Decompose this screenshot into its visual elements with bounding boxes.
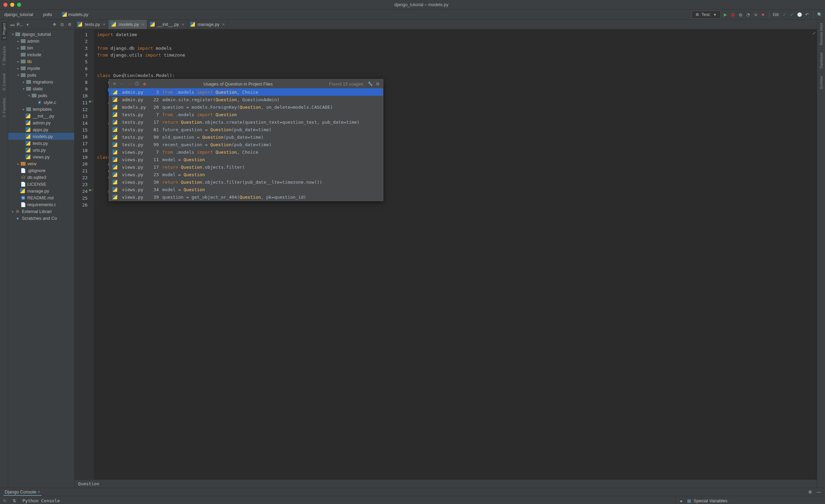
- tool-tab[interactable]: 7: Structure: [1, 45, 7, 67]
- tree-node[interactable]: ▾django_tutorial: [8, 31, 74, 37]
- tool-tab[interactable]: Remote Host: [819, 22, 824, 46]
- tree-node[interactable]: ●Scratches and Co: [8, 215, 74, 222]
- tree-node[interactable]: ▸mysite: [8, 65, 74, 72]
- usage-row[interactable]: tests.py90old_question = Question(pub_da…: [109, 133, 383, 141]
- usages-info-icon[interactable]: ⓘ: [134, 81, 140, 87]
- tree-node[interactable]: __init__.py: [8, 112, 74, 119]
- tree-node[interactable]: ▸bin: [8, 44, 74, 51]
- usage-row[interactable]: admin.py3from .models import Question, C…: [109, 88, 383, 96]
- tree-node[interactable]: MREADME.md: [8, 194, 74, 201]
- tree-node[interactable]: manage.py: [8, 187, 74, 194]
- tree-node[interactable]: 📄.gitignore: [8, 167, 74, 174]
- inspections-ok-icon[interactable]: ✓: [812, 31, 816, 36]
- tree-node[interactable]: #style.c: [8, 99, 74, 106]
- project-tree[interactable]: ▾django_tutorial▸admin▸bininclude▸lib▸my…: [8, 29, 74, 488]
- close-icon[interactable]: ×: [222, 22, 225, 27]
- tree-view-label[interactable]: P...: [17, 22, 23, 27]
- usage-row[interactable]: views.py7from .models import Question, C…: [109, 148, 383, 156]
- tree-node[interactable]: views.py: [8, 153, 74, 160]
- usage-row[interactable]: views.py30return Question.objects.filter…: [109, 178, 383, 186]
- vcs-commit-icon[interactable]: ✓: [789, 12, 795, 17]
- usage-row[interactable]: tests.py17return Question.objects.create…: [109, 118, 383, 126]
- tree-node[interactable]: ▸venv: [8, 160, 74, 167]
- usage-row[interactable]: tests.py81future_question = Question(pub…: [109, 126, 383, 133]
- tree-node[interactable]: 📄requirements.t: [8, 201, 74, 208]
- console-tab[interactable]: Django Console×: [3, 489, 42, 496]
- chevron-down-icon[interactable]: ▾: [25, 22, 30, 27]
- usage-row[interactable]: views.py11model = Question: [109, 156, 383, 163]
- window-minimize-icon[interactable]: [10, 3, 14, 7]
- tree-node[interactable]: include: [8, 51, 74, 58]
- special-variables[interactable]: Special Variables: [693, 498, 727, 503]
- usage-row[interactable]: tests.py99recent_question = Question(pub…: [109, 141, 383, 148]
- vcs-update-icon[interactable]: ✓: [782, 12, 787, 17]
- breadcrumb-item[interactable]: polls: [42, 11, 54, 18]
- run-button[interactable]: ▶: [723, 12, 728, 17]
- search-icon[interactable]: 🔍: [817, 12, 822, 17]
- next-usage-icon[interactable]: →: [127, 81, 132, 87]
- toggle-output-icon[interactable]: ⇅: [12, 498, 17, 504]
- tree-node[interactable]: 📄LICENSE: [8, 181, 74, 187]
- profile-button[interactable]: ◔: [745, 12, 751, 17]
- chevron-right-icon[interactable]: ▸: [679, 498, 684, 504]
- close-icon[interactable]: ×: [103, 22, 106, 27]
- run-config-selector[interactable]: ⚙ Test: ▾: [691, 11, 720, 19]
- usage-row[interactable]: tests.py7from .models import Question: [109, 111, 383, 118]
- attach-button[interactable]: ⇲: [753, 12, 758, 17]
- usage-row[interactable]: admin.py22admin.site.register(Question, …: [109, 96, 383, 103]
- tool-tab[interactable]: 0: Commit: [1, 72, 7, 92]
- debug-button[interactable]: 🐞: [730, 12, 736, 17]
- editor-breadcrumb[interactable]: Question: [78, 481, 100, 486]
- usage-row[interactable]: views.py23model = Question: [109, 171, 383, 178]
- tool-tab[interactable]: Database: [819, 51, 824, 70]
- usage-row[interactable]: views.py39question = get_object_or_404(Q…: [109, 193, 383, 201]
- tool-tab[interactable]: 2: Favorites: [1, 96, 7, 119]
- vcs-rollback-icon[interactable]: ↶: [804, 12, 810, 17]
- tree-node[interactable]: ▾static: [8, 85, 74, 92]
- tree-node[interactable]: admin.py: [8, 119, 74, 126]
- tool-tab[interactable]: SciView: [819, 75, 824, 91]
- tree-node[interactable]: ▸admin: [8, 37, 74, 44]
- tree-node[interactable]: ▸templates: [8, 106, 74, 112]
- tree-node[interactable]: ▾polls: [8, 72, 74, 78]
- select-opened-icon[interactable]: ✥: [52, 22, 57, 27]
- coverage-button[interactable]: ◍: [738, 12, 743, 17]
- error-stripe[interactable]: ✓: [812, 29, 817, 479]
- usage-row[interactable]: views.py17return Question.objects.filter…: [109, 163, 383, 171]
- window-close-icon[interactable]: [3, 3, 7, 7]
- expand-all-icon[interactable]: ⊟: [59, 22, 65, 27]
- editor-tab[interactable]: tests.py×: [75, 20, 108, 29]
- wrench-icon[interactable]: 🔧: [367, 81, 373, 87]
- prev-usage-icon[interactable]: ←: [119, 81, 125, 87]
- open-findwindow-icon[interactable]: ⧉: [375, 81, 380, 87]
- vcs-history-icon[interactable]: 🕓: [797, 12, 802, 17]
- usage-row[interactable]: models.py20question = models.ForeignKey(…: [109, 103, 383, 111]
- breadcrumb-item[interactable]: django_tutorial: [3, 11, 34, 18]
- gear-icon[interactable]: ⚙: [67, 22, 72, 27]
- close-icon[interactable]: ×: [182, 22, 184, 27]
- tree-node[interactable]: ▸⊪External Librari: [8, 208, 74, 215]
- tree-node[interactable]: ▾polls: [8, 92, 74, 99]
- rerun-icon[interactable]: ↻: [2, 498, 7, 504]
- minimize-icon[interactable]: —: [816, 489, 822, 495]
- editor-tab[interactable]: models.py×: [108, 20, 147, 29]
- editor-tab[interactable]: manage.py×: [187, 20, 228, 29]
- editor-gutter[interactable]: 1234567891011●↑1213141516171819202122232…: [75, 29, 94, 479]
- tree-node[interactable]: urls.py: [8, 147, 74, 153]
- tool-tab[interactable]: 1: Project: [1, 22, 7, 40]
- close-icon[interactable]: ×: [38, 489, 41, 494]
- editor-tab[interactable]: __init__.py×: [147, 20, 187, 29]
- tree-node[interactable]: ▸migrations: [8, 78, 74, 85]
- stop-button[interactable]: ■: [760, 12, 766, 17]
- tree-node[interactable]: ⛁db.sqlite3: [8, 174, 74, 181]
- usage-row[interactable]: views.py34model = Question: [109, 186, 383, 193]
- tree-node[interactable]: tests.py: [8, 140, 74, 147]
- window-zoom-icon[interactable]: [17, 3, 21, 7]
- tree-node[interactable]: models.py: [8, 133, 74, 140]
- tree-node[interactable]: ▸lib: [8, 58, 74, 65]
- gear-icon[interactable]: ⚙: [807, 489, 813, 495]
- tree-node[interactable]: apps.py: [8, 126, 74, 133]
- breadcrumb-item[interactable]: models.py: [61, 11, 90, 18]
- usages-pin-icon[interactable]: ◉: [142, 81, 147, 87]
- usages-settings-icon[interactable]: ≡: [112, 81, 117, 87]
